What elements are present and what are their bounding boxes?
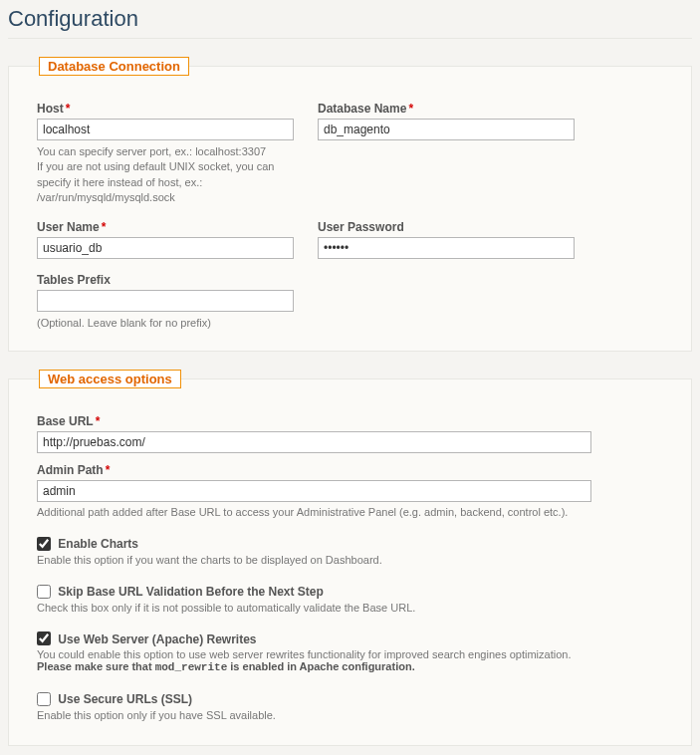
required-mark: * bbox=[102, 220, 107, 234]
database-connection-section: Database Connection Host* You can specif… bbox=[8, 57, 692, 352]
tables-prefix-hint: (Optional. Leave blank for no prefix) bbox=[37, 316, 276, 331]
use-ssl-hint: Enable this option only if you have SSL … bbox=[37, 709, 663, 721]
base-url-label: Base URL* bbox=[37, 414, 591, 428]
enable-charts-hint: Enable this option if you want the chart… bbox=[37, 554, 663, 566]
password-input[interactable] bbox=[318, 237, 575, 259]
database-connection-legend: Database Connection bbox=[39, 57, 189, 76]
use-rewrites-label: Use Web Server (Apache) Rewrites bbox=[58, 631, 256, 645]
skip-validation-checkbox[interactable] bbox=[37, 585, 51, 599]
tables-prefix-label: Tables Prefix bbox=[37, 273, 294, 287]
host-hint: You can specify server port, ex.: localh… bbox=[37, 144, 276, 206]
database-name-input[interactable] bbox=[318, 119, 575, 140]
skip-validation-label: Skip Base URL Validation Before the Next… bbox=[58, 585, 324, 599]
page-title: Configuration bbox=[8, 6, 692, 32]
use-ssl-checkbox[interactable] bbox=[37, 692, 51, 706]
use-ssl-label: Use Secure URLs (SSL) bbox=[58, 692, 192, 706]
password-label: User Password bbox=[318, 220, 575, 234]
base-url-input[interactable] bbox=[37, 431, 591, 453]
required-mark: * bbox=[66, 102, 71, 116]
admin-path-input[interactable] bbox=[37, 480, 591, 502]
enable-charts-label: Enable Charts bbox=[58, 537, 138, 551]
username-label: User Name* bbox=[37, 220, 294, 234]
required-mark: * bbox=[106, 463, 111, 477]
host-label: Host* bbox=[37, 102, 294, 116]
skip-validation-hint: Check this box only if it is not possibl… bbox=[37, 602, 663, 614]
required-mark: * bbox=[96, 414, 101, 428]
divider bbox=[8, 38, 692, 39]
web-access-options-section: Web access options Base URL* Admin Path*… bbox=[8, 370, 692, 746]
admin-path-label: Admin Path* bbox=[37, 463, 591, 477]
host-input[interactable] bbox=[37, 119, 294, 140]
required-mark: * bbox=[408, 102, 413, 116]
use-rewrites-hint: You could enable this option to use web … bbox=[37, 648, 663, 673]
username-input[interactable] bbox=[37, 237, 294, 259]
tables-prefix-input[interactable] bbox=[37, 290, 294, 312]
database-name-label: Database Name* bbox=[318, 102, 575, 116]
web-access-options-legend: Web access options bbox=[39, 370, 181, 388]
use-rewrites-checkbox[interactable] bbox=[37, 631, 51, 645]
admin-path-hint: Additional path added after Base URL to … bbox=[37, 506, 591, 518]
enable-charts-checkbox[interactable] bbox=[37, 537, 51, 551]
